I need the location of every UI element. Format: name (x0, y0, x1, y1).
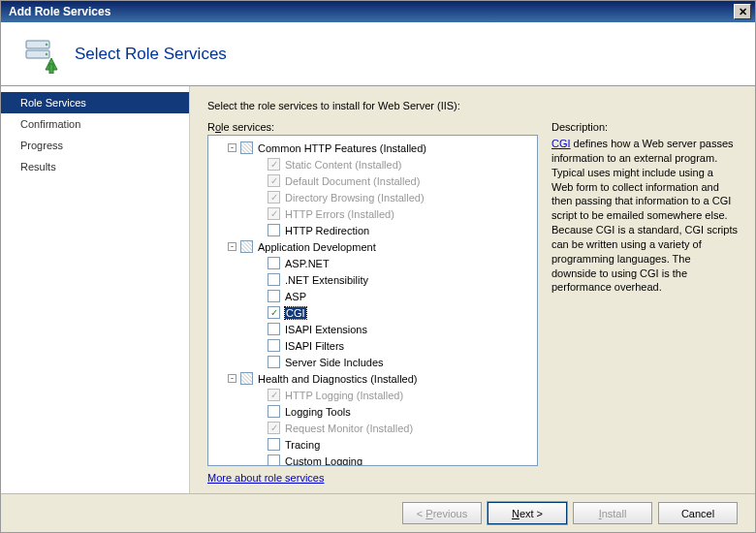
instruction-text: Select the role services to install for … (207, 100, 738, 111)
tree-row[interactable]: Tracing (210, 436, 535, 453)
close-icon[interactable]: ✕ (734, 4, 751, 19)
tree-label: Role services: (207, 121, 538, 133)
tree-row[interactable]: HTTP Errors (Installed) (210, 205, 535, 222)
sidebar-item-results[interactable]: Results (1, 156, 189, 177)
tree-item-label: Common HTTP Features (Installed) (258, 142, 426, 154)
body: Role Services Confirmation Progress Resu… (1, 86, 755, 493)
main-panel: Select the role services to install for … (190, 86, 755, 493)
tree-item-label: CGI (285, 307, 306, 319)
tree-item-label: HTTP Errors (Installed) (285, 208, 394, 220)
checkbox[interactable] (268, 405, 280, 418)
window-title: Add Role Services (5, 5, 734, 18)
checkbox (268, 207, 280, 220)
tree-row[interactable]: Logging Tools (210, 403, 535, 420)
description-text: CGI defines how a Web server passes info… (551, 137, 738, 295)
tree-row[interactable]: ASP.NET (210, 255, 535, 271)
collapse-icon[interactable]: - (228, 143, 236, 152)
tree-row[interactable]: Custom Logging (210, 453, 535, 466)
more-about-role-services-link[interactable]: More about role services (207, 472, 538, 484)
tree-item-label: Directory Browsing (Installed) (285, 192, 425, 204)
tree-row[interactable]: -Application Development (210, 238, 535, 255)
tree-row[interactable]: HTTP Logging (Installed) (210, 387, 535, 403)
tree-row[interactable]: HTTP Redirection (210, 222, 535, 238)
svg-point-3 (46, 52, 47, 54)
tree-row[interactable]: ISAPI Filters (210, 337, 535, 354)
checkbox[interactable] (240, 240, 253, 253)
add-role-services-window: Add Role Services ✕ Select Role Services… (0, 0, 756, 533)
tree-row[interactable]: Static Content (Installed) (210, 156, 535, 172)
server-roles-icon (22, 35, 61, 74)
page-title: Select Role Services (75, 45, 227, 64)
checkbox[interactable] (268, 224, 280, 236)
tree-item-label: ISAPI Extensions (285, 324, 367, 335)
collapse-icon[interactable]: - (228, 242, 236, 251)
tree-row[interactable]: ASP (210, 288, 535, 304)
tree-item-label: Request Monitor (Installed) (285, 423, 413, 434)
tree-item-label: Application Development (258, 241, 376, 253)
next-button[interactable]: Next > (488, 502, 567, 524)
checkbox[interactable] (268, 455, 280, 466)
sidebar-item-confirmation[interactable]: Confirmation (1, 113, 189, 135)
tree-item-label: HTTP Logging (Installed) (285, 390, 403, 401)
checkbox (268, 158, 280, 171)
sidebar: Role Services Confirmation Progress Resu… (1, 86, 190, 493)
header: Select Role Services (1, 22, 755, 86)
description-column: Description: CGI defines how a Web serve… (551, 121, 738, 484)
tree-row[interactable]: .NET Extensibility (210, 271, 535, 288)
install-button: Install (573, 502, 652, 524)
checkbox[interactable] (268, 438, 280, 451)
collapse-icon[interactable]: - (228, 374, 236, 383)
svg-point-2 (46, 43, 47, 45)
tree-row[interactable]: Default Document (Installed) (210, 172, 535, 189)
description-title: Description: (551, 121, 738, 133)
tree-row[interactable]: -Common HTTP Features (Installed) (210, 140, 535, 156)
description-link[interactable]: CGI (551, 138, 571, 149)
checkbox[interactable] (268, 356, 280, 368)
checkbox[interactable] (240, 372, 253, 385)
checkbox (268, 174, 280, 187)
tree-item-label: Tracing (285, 439, 320, 451)
checkbox[interactable] (268, 306, 280, 319)
checkbox[interactable] (268, 257, 280, 269)
tree-item-label: Default Document (Installed) (285, 175, 420, 187)
tree-item-label: Health and Diagnostics (Installed) (258, 373, 417, 385)
tree-row[interactable]: -Health and Diagnostics (Installed) (210, 370, 535, 387)
tree-item-label: Static Content (Installed) (285, 159, 401, 171)
sidebar-item-role-services[interactable]: Role Services (1, 92, 189, 113)
tree-row[interactable]: ISAPI Extensions (210, 321, 535, 337)
tree-item-label: ISAPI Filters (285, 340, 344, 352)
tree-row[interactable]: Request Monitor (Installed) (210, 420, 535, 436)
checkbox[interactable] (268, 290, 280, 302)
tree-row[interactable]: Server Side Includes (210, 354, 535, 370)
checkbox[interactable] (268, 339, 280, 352)
footer: < Previous Next > Install Cancel (1, 493, 755, 532)
columns: Role services: -Common HTTP Features (In… (207, 121, 738, 484)
cancel-button[interactable]: Cancel (658, 502, 738, 524)
tree-item-label: .NET Extensibility (285, 274, 368, 286)
svg-rect-4 (49, 64, 53, 74)
sidebar-item-progress[interactable]: Progress (1, 135, 189, 156)
titlebar: Add Role Services ✕ (1, 1, 755, 22)
tree-row[interactable]: CGI (210, 304, 535, 321)
role-services-tree[interactable]: -Common HTTP Features (Installed)Static … (207, 135, 538, 466)
tree-column: Role services: -Common HTTP Features (In… (207, 121, 538, 484)
tree-item-label: Logging Tools (285, 406, 351, 418)
tree-row[interactable]: Directory Browsing (Installed) (210, 189, 535, 205)
previous-button: < Previous (402, 502, 482, 524)
checkbox[interactable] (268, 273, 280, 286)
tree-item-label: Server Side Includes (285, 357, 384, 368)
checkbox (268, 191, 280, 204)
checkbox (268, 389, 280, 401)
tree-item-label: ASP (285, 291, 306, 302)
tree-item-label: Custom Logging (285, 455, 362, 467)
tree-item-label: ASP.NET (285, 258, 330, 269)
checkbox (268, 422, 280, 434)
checkbox[interactable] (240, 141, 253, 154)
tree-item-label: HTTP Redirection (285, 225, 369, 236)
checkbox[interactable] (268, 323, 280, 335)
